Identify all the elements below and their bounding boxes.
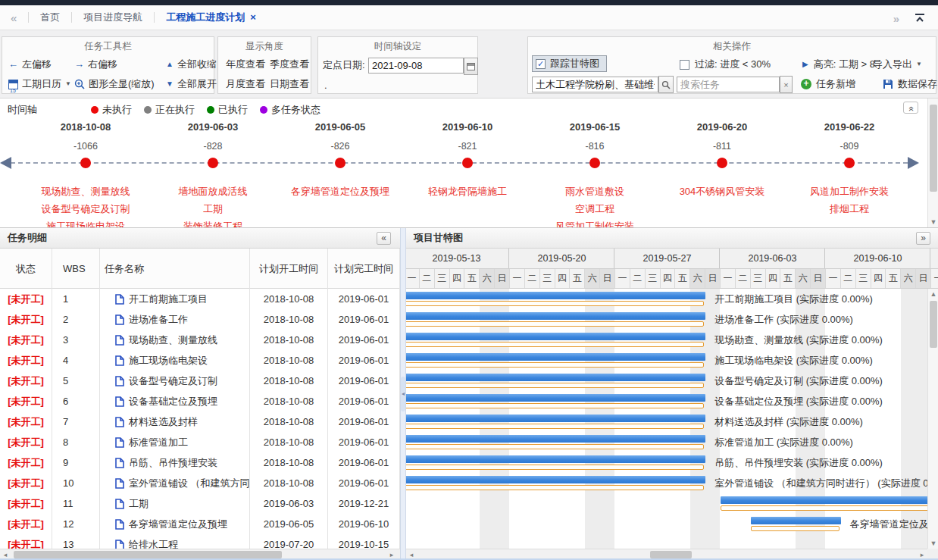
milestone-dot-icon[interactable] bbox=[844, 158, 855, 168]
tabs-more-icon[interactable]: » bbox=[893, 12, 899, 25]
shift-left-button[interactable]: ←左偏移 bbox=[8, 57, 52, 72]
gantt-bar-actual[interactable] bbox=[406, 485, 704, 490]
tab-home[interactable]: 首页 bbox=[40, 11, 60, 24]
view-quarter-button[interactable]: 季度查看 bbox=[270, 57, 309, 72]
task-search-input[interactable] bbox=[677, 77, 780, 92]
table-row[interactable]: [未开工]10室外管道铺设 （和建筑方同...2018-10-082019-06… bbox=[0, 473, 400, 493]
fit-graph-button[interactable]: 图形全显(缩放) bbox=[74, 77, 155, 92]
gantt-bar-actual[interactable] bbox=[406, 403, 704, 408]
gantt-bar-planned[interactable] bbox=[406, 292, 705, 299]
gantt-bar-actual[interactable] bbox=[406, 465, 704, 470]
column-header-task-name[interactable]: 任务名称 bbox=[100, 249, 250, 289]
table-row[interactable]: [未开工]12各穿墙管道定位及预埋2019-06-052019-06-10 bbox=[0, 514, 400, 534]
scroll-up-icon[interactable]: ▲ bbox=[928, 290, 938, 298]
project-search-button[interactable] bbox=[658, 76, 674, 93]
track-gantt-toggle[interactable]: ✓跟踪甘特图 bbox=[532, 55, 607, 72]
timeline-collapse-button[interactable]: « bbox=[903, 102, 918, 114]
gantt-bar-planned[interactable] bbox=[406, 353, 705, 361]
panel-splitter[interactable]: ◂ bbox=[400, 228, 406, 559]
column-header-wbs[interactable]: WBS bbox=[52, 249, 100, 289]
table-row[interactable]: [未开工]9吊筋、吊件预埋安装2018-10-082019-06-01 bbox=[0, 452, 400, 473]
collapse-all-button[interactable]: ▲全部收缩 bbox=[166, 57, 217, 72]
gantt-bar-actual[interactable] bbox=[406, 301, 704, 306]
scroll-down-icon[interactable]: ▼ bbox=[928, 540, 938, 547]
gantt-bar-actual[interactable] bbox=[406, 424, 704, 429]
highlight-button[interactable]: ▶高亮: 工期 > 8 bbox=[802, 57, 875, 72]
milestone-dot-icon[interactable] bbox=[589, 158, 600, 168]
gantt-bar-actual[interactable] bbox=[751, 526, 840, 531]
scrollbar-thumb[interactable] bbox=[930, 105, 937, 192]
scroll-left-icon[interactable]: ◂ bbox=[406, 551, 417, 558]
tab-project-nav[interactable]: 项目进度导航 bbox=[83, 11, 142, 24]
table-row[interactable]: [未开工]11工期2019-06-032019-12-21 bbox=[0, 493, 400, 514]
panel-collapse-button[interactable]: « bbox=[377, 232, 391, 245]
date-picker-button[interactable] bbox=[464, 58, 478, 75]
clear-search-button[interactable]: × bbox=[780, 76, 793, 93]
scrollbar-thumb[interactable] bbox=[14, 551, 282, 558]
table-row[interactable]: [未开工]6设备基础定位及预埋2018-10-082019-06-01 bbox=[0, 391, 400, 411]
collapse-panel-icon[interactable] bbox=[914, 14, 926, 26]
expand-all-button[interactable]: ▼全部展开 bbox=[166, 77, 217, 92]
gantt-hscrollbar[interactable]: ◂ ▸ bbox=[406, 549, 927, 559]
table-hscrollbar[interactable]: ◂ ▸ bbox=[0, 549, 400, 559]
gantt-bar-planned[interactable] bbox=[751, 517, 841, 524]
checkbox-checked-icon[interactable]: ✓ bbox=[536, 59, 546, 69]
gantt-bar-planned[interactable] bbox=[406, 312, 705, 320]
table-row[interactable]: [未开工]13给排水工程2019-07-202019-10-15 bbox=[0, 534, 400, 549]
tab-construction-schedule[interactable]: 工程施工进度计划× bbox=[166, 11, 256, 24]
view-day-button[interactable]: 日期查看 bbox=[270, 77, 309, 92]
scroll-right-icon[interactable]: ▸ bbox=[917, 551, 927, 558]
gantt-bar-planned[interactable] bbox=[721, 496, 927, 504]
column-header-status[interactable]: 状态 bbox=[0, 249, 52, 289]
filter-checkbox[interactable]: 过滤: 进度 < 30% bbox=[680, 57, 771, 72]
gantt-vscrollbar[interactable]: ▲ ▼ bbox=[927, 289, 938, 549]
view-month-button[interactable]: 月度查看 bbox=[226, 77, 265, 92]
table-row[interactable]: [未开工]5设备型号确定及订制2018-10-082019-06-01 bbox=[0, 371, 400, 391]
tabs-back-icon[interactable]: « bbox=[11, 11, 17, 24]
gantt-bar-planned[interactable] bbox=[406, 374, 705, 381]
scrollbar-thumb[interactable] bbox=[650, 551, 692, 558]
shift-right-button[interactable]: →右偏移 bbox=[74, 57, 117, 72]
gantt-bar-planned[interactable] bbox=[406, 455, 705, 463]
table-row[interactable]: [未开工]1开工前期施工项目2018-10-082019-06-01 bbox=[0, 289, 400, 309]
milestone-dot-icon[interactable] bbox=[462, 158, 473, 168]
milestone-dot-icon[interactable] bbox=[717, 158, 727, 168]
table-row[interactable]: [未开工]8标准管道加工2018-10-082019-06-01 bbox=[0, 432, 400, 452]
checkbox-icon[interactable] bbox=[680, 60, 689, 70]
splitter-handle-icon[interactable]: ◂ bbox=[401, 377, 405, 411]
import-export-button[interactable]: 导入导出▼ bbox=[873, 57, 922, 72]
gantt-bar-planned[interactable] bbox=[406, 435, 705, 443]
table-row[interactable]: [未开工]2进场准备工作2018-10-082019-06-01 bbox=[0, 309, 400, 330]
gantt-bar-planned[interactable] bbox=[406, 415, 705, 422]
tab-close-icon[interactable]: × bbox=[250, 11, 256, 23]
gantt-bar-actual[interactable] bbox=[406, 383, 704, 388]
column-header-plan-start[interactable]: 计划开工时间 bbox=[250, 249, 328, 289]
table-row[interactable]: [未开工]3现场勘查、测量放线2018-10-082019-06-01 bbox=[0, 330, 400, 350]
project-name-input[interactable] bbox=[532, 77, 658, 92]
column-header-plan-end[interactable]: 计划完工时间 bbox=[328, 249, 400, 289]
milestone-dot-icon[interactable] bbox=[335, 158, 345, 168]
table-row[interactable]: [未开工]7材料送选及封样2018-10-082019-06-01 bbox=[0, 411, 400, 432]
view-year-button[interactable]: 年度查看 bbox=[226, 57, 265, 72]
gantt-bar-actual[interactable] bbox=[406, 362, 704, 368]
gantt-bar-actual[interactable] bbox=[406, 342, 704, 347]
save-data-button[interactable]: 数据保存 bbox=[883, 77, 937, 92]
timeline-scrollbar[interactable]: ▼ bbox=[927, 99, 938, 227]
milestone-dot-icon[interactable] bbox=[80, 158, 91, 168]
gantt-bar-planned[interactable] bbox=[406, 394, 705, 402]
scrollbar-thumb[interactable] bbox=[930, 301, 937, 348]
add-task-button[interactable]: +任务新增 bbox=[801, 77, 855, 92]
panel-expand-button[interactable]: » bbox=[916, 232, 930, 245]
scroll-left-icon[interactable]: ◂ bbox=[0, 551, 11, 558]
anchor-date-input[interactable] bbox=[368, 58, 464, 74]
gantt-bar-planned[interactable] bbox=[406, 333, 705, 340]
gantt-bar-planned[interactable] bbox=[406, 476, 705, 483]
table-row[interactable]: [未开工]4施工现场临电架设2018-10-082019-06-01 bbox=[0, 350, 400, 371]
gantt-bar-actual[interactable] bbox=[721, 505, 927, 511]
scroll-right-icon[interactable]: ▸ bbox=[386, 551, 397, 558]
gantt-bar-actual[interactable] bbox=[406, 444, 704, 449]
gantt-bar-actual[interactable] bbox=[406, 321, 704, 327]
duration-calendar-button[interactable]: 工期日历▼ bbox=[8, 77, 71, 92]
milestone-dot-icon[interactable] bbox=[208, 158, 218, 168]
scroll-down-icon[interactable]: ▼ bbox=[928, 218, 938, 226]
